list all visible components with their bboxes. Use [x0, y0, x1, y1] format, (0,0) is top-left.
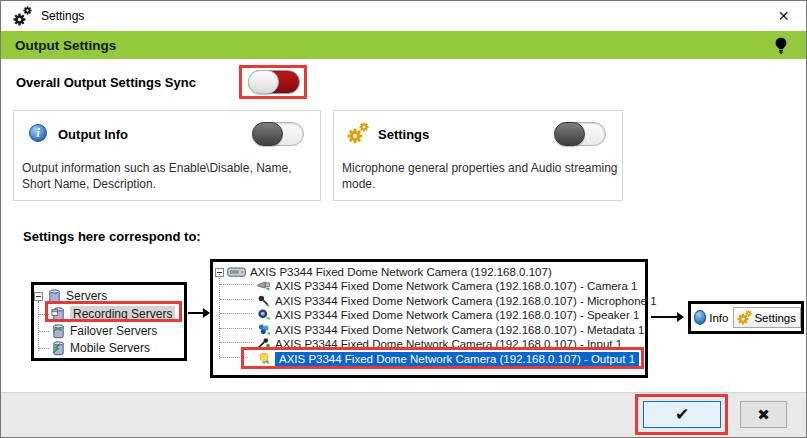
tree-line [220, 313, 252, 314]
tree-line [220, 328, 252, 329]
device-icon [227, 265, 246, 279]
tree-item-camera-1[interactable]: AXIS P3344 Fixed Dome Network Camera (19… [254, 279, 637, 293]
output-info-toggle[interactable] [252, 122, 304, 146]
close-button[interactable]: ✕ [761, 1, 806, 30]
mobile-server-icon [51, 341, 66, 356]
card-title: Settings [378, 127, 429, 142]
target-legend: Info Settings [688, 301, 804, 334]
output-info-card: Output Info Output information such as E… [13, 110, 321, 201]
window-title: Settings [41, 9, 84, 23]
tree-item-failover-servers[interactable]: Failover Servers [47, 323, 157, 339]
window-gear-icon [13, 6, 33, 26]
tree-line [38, 301, 39, 351]
tree-item-speaker-1[interactable]: AXIS P3344 Fixed Dome Network Camera (19… [254, 308, 639, 322]
failover-server-icon [51, 324, 66, 339]
settings-toggle[interactable] [554, 122, 606, 146]
overall-sync-toggle[interactable] [248, 70, 300, 94]
correspond-label: Settings here correspond to: [23, 229, 201, 244]
tree-item-label: AXIS P3344 Fixed Dome Network Camera (19… [275, 280, 637, 292]
speaker-icon [257, 308, 271, 322]
tree-item-label: AXIS P3344 Fixed Dome Network Camera (19… [275, 295, 657, 307]
settings-card: Settings Microphone general properties a… [333, 110, 623, 201]
toggle-knob [554, 122, 585, 146]
toggle-knob [252, 122, 283, 146]
ok-button[interactable]: ✔ [643, 401, 721, 428]
tree-item-label: AXIS P3344 Fixed Dome Network Camera (19… [275, 324, 644, 336]
tree-item-microphone-1[interactable]: AXIS P3344 Fixed Dome Network Camera (19… [254, 294, 657, 308]
tree-line [39, 348, 49, 349]
gear-icon [737, 310, 752, 325]
card-description: Microphone general properties and Audio … [342, 160, 620, 192]
title-bar: Settings ✕ [1, 1, 806, 31]
info-icon [694, 310, 706, 325]
info-icon [29, 124, 47, 142]
collapse-icon[interactable] [34, 292, 43, 301]
toggle-knob [248, 70, 279, 94]
highlight-box-recording-servers [45, 301, 182, 322]
x-icon: ✖ [757, 406, 770, 424]
tree-item-label: AXIS P3344 Fixed Dome Network Camera (19… [250, 266, 552, 278]
arrow-right-icon [651, 316, 677, 318]
lightbulb-icon[interactable] [772, 34, 790, 57]
tree-item-label: AXIS P3344 Fixed Dome Network Camera (19… [275, 309, 639, 321]
card-title: Output Info [58, 127, 128, 142]
card-description: Output information such as Enable\Disabl… [22, 160, 314, 192]
tree-item-device-root[interactable]: AXIS P3344 Fixed Dome Network Camera (19… [215, 265, 552, 279]
tree-item-label: Mobile Servers [70, 341, 150, 355]
close-icon: ✕ [778, 8, 790, 24]
tree-line [220, 299, 252, 300]
page-title: Output Settings [15, 38, 116, 53]
overall-sync-label: Overall Output Settings Sync [16, 75, 196, 90]
tree-line [219, 274, 220, 359]
microphone-icon [257, 294, 271, 308]
tree-line [39, 331, 49, 332]
arrow-right-icon [188, 312, 203, 314]
check-icon: ✔ [675, 404, 689, 425]
tree-line [220, 342, 252, 343]
settings-window: Settings ✕ Output Settings Overall Outpu… [0, 0, 807, 438]
metadata-icon [257, 323, 271, 337]
tree-line [220, 284, 252, 285]
gear-icon [347, 122, 369, 144]
tree-item-mobile-servers[interactable]: Mobile Servers [47, 340, 150, 356]
page-header: Output Settings [1, 31, 806, 59]
highlight-box-sync-toggle [239, 65, 307, 99]
tree-item-label: Failover Servers [70, 324, 157, 338]
cancel-button[interactable]: ✖ [740, 401, 787, 428]
highlight-box-output-1 [241, 347, 644, 369]
camera-icon [257, 279, 271, 293]
tree-item-metadata-1[interactable]: AXIS P3344 Fixed Dome Network Camera (19… [254, 323, 644, 337]
